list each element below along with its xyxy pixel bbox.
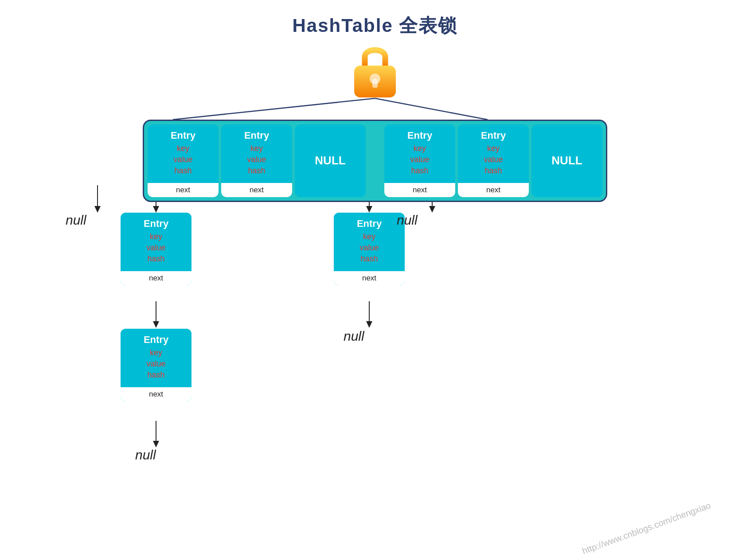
null-text-col1-l3: null bbox=[135, 447, 156, 463]
lock-icon bbox=[346, 35, 404, 102]
svg-marker-13 bbox=[429, 206, 435, 213]
entry-cell-1: Entry key value hash next bbox=[221, 124, 292, 197]
svg-marker-19 bbox=[153, 441, 159, 447]
entry-cell-4: Entry key value hash next bbox=[458, 124, 529, 197]
hashtable-row1: Entry key value hash next Entry key valu… bbox=[143, 120, 607, 202]
null-cell-1: NULL bbox=[531, 124, 602, 197]
watermark: http://www.cnblogs.com/chengxiao bbox=[581, 500, 712, 556]
entry-cell-col3-l2: Entry key value hash next bbox=[334, 213, 405, 285]
svg-marker-7 bbox=[94, 206, 101, 213]
page-title: HashTable 全表锁 bbox=[0, 0, 750, 38]
svg-rect-3 bbox=[372, 79, 378, 88]
null-text-col0: null bbox=[66, 213, 86, 228]
null-text-col3-l2: null bbox=[344, 329, 364, 344]
entry-cell-col1-l2: Entry key value hash next bbox=[121, 213, 191, 285]
svg-marker-9 bbox=[153, 206, 159, 213]
svg-line-4 bbox=[173, 98, 375, 120]
svg-marker-11 bbox=[366, 206, 372, 213]
svg-marker-15 bbox=[153, 321, 159, 328]
svg-marker-17 bbox=[366, 321, 372, 328]
entry-cell-col1-l3: Entry key value hash next bbox=[121, 329, 191, 401]
entry-cell-3: Entry key value hash next bbox=[384, 124, 455, 197]
null-cell-0: NULL bbox=[295, 124, 366, 197]
null-text-col4: null bbox=[397, 213, 418, 228]
entry-cell-0: Entry key value hash next bbox=[148, 124, 219, 197]
